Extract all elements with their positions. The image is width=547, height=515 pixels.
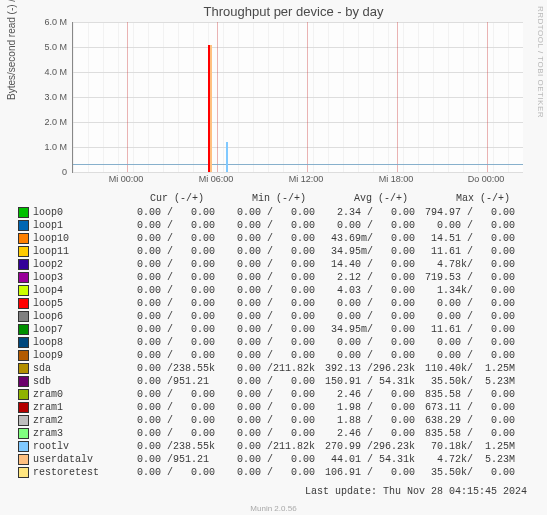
gridline-v (397, 22, 398, 172)
gridline-v-minor (118, 22, 119, 172)
rrdtool-credit: RRDTOOL / TOBI OETIKER (536, 6, 545, 118)
legend-device-name: zram2 (33, 414, 115, 427)
legend-avg: 2.12 / 0.00 (315, 271, 415, 284)
y-tick-label: 2.0 M (17, 117, 67, 127)
legend-swatch (18, 363, 29, 374)
legend-device-name: loop3 (33, 271, 115, 284)
legend-swatch (18, 246, 29, 257)
legend-cur: 0.00 / 0.00 (115, 297, 215, 310)
legend-max: 794.97 / 0.00 (415, 206, 515, 219)
legend-avg: 0.00 / 0.00 (315, 336, 415, 349)
legend-swatch (18, 220, 29, 231)
y-axis-label: Bytes/second read (-) / write (+) (6, 0, 17, 100)
gridline-v-minor (88, 22, 89, 172)
gridline-v-minor (343, 22, 344, 172)
gridline-v-minor (298, 22, 299, 172)
y-tick-label: 6.0 M (17, 17, 67, 27)
legend-row: restoretest0.00 / 0.000.00 / 0.00106.91 … (18, 466, 515, 479)
legend-cur: 0.00 / 0.00 (115, 271, 215, 284)
legend-row: loop60.00 / 0.000.00 / 0.000.00 / 0.000.… (18, 310, 515, 323)
legend-swatch (18, 415, 29, 426)
legend-cur: 0.00 /238.55k (115, 362, 215, 375)
gridline-v (487, 22, 488, 172)
legend-min: 0.00 / 0.00 (215, 271, 315, 284)
legend-max: 4.78k/ 0.00 (415, 258, 515, 271)
munin-version: Munin 2.0.56 (0, 504, 547, 513)
legend-row: rootlv0.00 /238.55k0.00 /211.82k270.99 /… (18, 440, 515, 453)
legend-swatch (18, 337, 29, 348)
legend-max: 11.61 / 0.00 (415, 323, 515, 336)
series-rootlv-line (73, 164, 523, 166)
legend-cur: 0.00 / 0.00 (115, 219, 215, 232)
gridline-v-minor (163, 22, 164, 172)
legend-row: loop40.00 / 0.000.00 / 0.004.03 / 0.001.… (18, 284, 515, 297)
legend-avg: 1.98 / 0.00 (315, 401, 415, 414)
gridline-v-minor (268, 22, 269, 172)
legend-device-name: loop9 (33, 349, 115, 362)
legend-device-name: zram3 (33, 427, 115, 440)
legend-cur: 0.00 / 0.00 (115, 388, 215, 401)
gridline-v-minor (433, 22, 434, 172)
y-tick-label: 5.0 M (17, 42, 67, 52)
legend-row: loop80.00 / 0.000.00 / 0.000.00 / 0.000.… (18, 336, 515, 349)
legend-avg: 44.01 / 54.31k (315, 453, 415, 466)
legend-avg: 1.88 / 0.00 (315, 414, 415, 427)
legend-device-name: zram0 (33, 388, 115, 401)
legend-max: 35.50k/ 0.00 (415, 466, 515, 479)
gridline-v-minor (103, 22, 104, 172)
legend-row: loop50.00 / 0.000.00 / 0.000.00 / 0.000.… (18, 297, 515, 310)
legend-min: 0.00 / 0.00 (215, 323, 315, 336)
legend-min: 0.00 / 0.00 (215, 297, 315, 310)
chart-title: Throughput per device - by day (0, 4, 547, 19)
legend-min: 0.00 / 0.00 (215, 388, 315, 401)
legend-cur: 0.00 / 0.00 (115, 427, 215, 440)
gridline-v-minor (388, 22, 389, 172)
legend-avg: 2.46 / 0.00 (315, 427, 415, 440)
legend-max: 0.00 / 0.00 (415, 336, 515, 349)
legend-min: 0.00 / 0.00 (215, 414, 315, 427)
gridline-v (127, 22, 128, 172)
gridline-v-minor (193, 22, 194, 172)
legend-device-name: rootlv (33, 440, 115, 453)
legend-cur: 0.00 /238.55k (115, 440, 215, 453)
legend-header: Cur (-/+) Min (-/+) Avg (-/+) Max (-/+) (18, 192, 515, 205)
legend-avg: 34.95m/ 0.00 (315, 323, 415, 336)
legend-avg: 392.13 /296.23k (315, 362, 415, 375)
legend-cur: 0.00 /951.21 (115, 453, 215, 466)
legend-swatch (18, 467, 29, 478)
gridline-v (217, 22, 218, 172)
legend-swatch (18, 272, 29, 283)
legend-row: sdb0.00 /951.21 0.00 / 0.00150.91 / 54.3… (18, 375, 515, 388)
legend-swatch (18, 259, 29, 270)
legend-min: 0.00 / 0.00 (215, 336, 315, 349)
legend-min: 0.00 / 0.00 (215, 466, 315, 479)
gridline-v-minor (403, 22, 404, 172)
legend-cur: 0.00 / 0.00 (115, 349, 215, 362)
legend-device-name: sda (33, 362, 115, 375)
legend-min: 0.00 / 0.00 (215, 310, 315, 323)
x-tick-label: Mi 06:00 (199, 174, 234, 184)
last-update: Last update: Thu Nov 28 04:15:45 2024 (305, 486, 527, 497)
legend-swatch (18, 402, 29, 413)
y-tick-label: 0 (17, 167, 67, 177)
gridline-v-minor (148, 22, 149, 172)
legend-min: 0.00 /211.82k (215, 362, 315, 375)
legend-device-name: loop1 (33, 219, 115, 232)
legend-row: loop100.00 / 0.000.00 / 0.0043.69m/ 0.00… (18, 232, 515, 245)
legend-cur: 0.00 / 0.00 (115, 336, 215, 349)
legend-cur: 0.00 /951.21 (115, 375, 215, 388)
legend-min: 0.00 / 0.00 (215, 245, 315, 258)
legend-max: 835.58 / 0.00 (415, 427, 515, 440)
legend-min: 0.00 /211.82k (215, 440, 315, 453)
legend-swatch (18, 454, 29, 465)
legend-row: loop110.00 / 0.000.00 / 0.0034.95m/ 0.00… (18, 245, 515, 258)
legend-row: loop00.00 / 0.000.00 / 0.002.34 / 0.0079… (18, 206, 515, 219)
legend-swatch (18, 298, 29, 309)
legend-max: 0.00 / 0.00 (415, 349, 515, 362)
gridline-v-minor (283, 22, 284, 172)
y-tick-label: 4.0 M (17, 67, 67, 77)
legend-cur: 0.00 / 0.00 (115, 414, 215, 427)
gridline-v-minor (448, 22, 449, 172)
y-tick-label: 1.0 M (17, 142, 67, 152)
y-tick-label: 3.0 M (17, 92, 67, 102)
